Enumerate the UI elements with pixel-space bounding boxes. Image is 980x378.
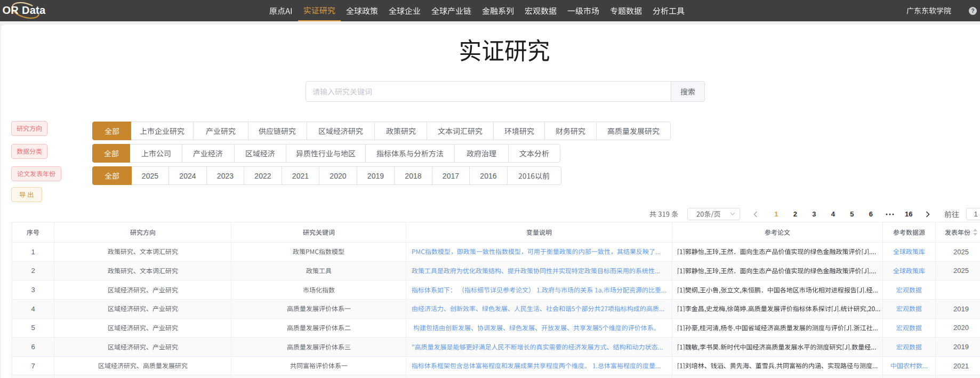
svg-text:OR Data: OR Data bbox=[3, 4, 46, 16]
